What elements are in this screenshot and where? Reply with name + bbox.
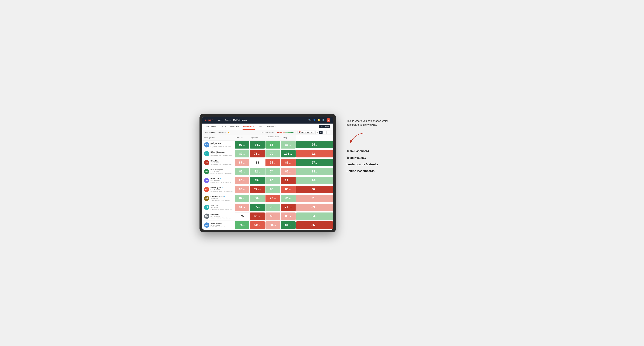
score-cell: 71 -11▼ — [280, 203, 296, 212]
download-button[interactable]: ↓ — [327, 131, 330, 134]
player-cell: BM Blair McHarg Plus Handicap Royal Nort… — [202, 140, 234, 149]
table-row[interactable]: CQ Charlie Quick ✓ 6-10 Handicap St. Geo… — [202, 185, 333, 194]
nav-home[interactable]: Home — [217, 119, 222, 121]
score-cell: 85 -4▼ — [296, 220, 333, 229]
score-change: -3▼ — [242, 162, 245, 164]
score-box: 81 -3▼ — [235, 204, 249, 211]
table-row[interactable]: MM Matt Miller 6-10 Handicap Woburn Golf… — [202, 212, 333, 220]
tab-hcaps[interactable]: Hcaps 1-5 — [230, 124, 239, 130]
player-handicap: 11-15 Handicap — [210, 224, 229, 226]
profile-icon[interactable]: 👤 — [313, 119, 316, 121]
data-table: Player Quality ▼ Off the Tee — Approach … — [202, 135, 333, 230]
player-name: Elliot Ebert — [210, 160, 233, 162]
score-cell: 95 9▲ — [296, 140, 333, 149]
score-value: 89 — [254, 179, 258, 182]
search-icon[interactable]: 🔍 — [308, 119, 311, 121]
notification-icon[interactable]: 🔔 — [318, 119, 320, 121]
score-cell: 75 — [234, 212, 250, 220]
player-details: Chris Robertson ✓ 1-5 Handicap Craigmill… — [210, 195, 230, 201]
score-value: 74 — [270, 170, 273, 173]
settings-icon[interactable]: ⚙️ — [322, 119, 325, 121]
score-change: 8▲ — [274, 145, 276, 146]
player-cell: EC Edward Crossman 1-5 Handicap Sunningd… — [202, 149, 234, 158]
score-change: 8▲ — [258, 207, 260, 208]
score-cell: 86 -6▼ — [280, 158, 296, 167]
table-row[interactable]: CR Chris Robertson ✓ 1-5 Handicap Craigm… — [202, 194, 333, 203]
score-value: 85 — [312, 223, 315, 227]
score-change: -4▼ — [315, 225, 318, 226]
tab-tour[interactable]: Tour — [258, 124, 262, 130]
heatmap-seg-3 — [282, 132, 285, 133]
score-value: 84 — [285, 223, 288, 227]
score-cell: 93 9▲ — [234, 140, 250, 149]
score-box: 85 -3▼ — [235, 177, 249, 184]
score-value: 86 — [285, 161, 288, 165]
navbar: clippd Home Teams My Performance 🔍 👤 🔔 ⚙… — [202, 117, 333, 124]
score-value: 81 — [286, 197, 289, 200]
player-info: DB Dave Billingham 1-5 Handicap Gog Mago… — [202, 168, 234, 175]
player-cell: EE Elliot Ebert 1-5 Handicap Sunningdale… — [202, 158, 234, 167]
score-value: 58 — [270, 223, 273, 227]
score-cell: 77 -3▼ — [265, 194, 280, 203]
player-club: St. George's Hill GC - Weybridge - Surre… — [210, 190, 233, 192]
player-club: Woburn Golf Club, United Kingdom — [210, 217, 231, 219]
score-box: 86 -8▼ — [296, 186, 333, 193]
tab-pgat-players[interactable]: PGAT Players — [205, 124, 218, 130]
score-box: 83 -3▼ — [235, 186, 249, 193]
table-row[interactable]: DB Dave Billingham 1-5 Handicap Gog Mago… — [202, 167, 333, 176]
score-box: 85 8▲ — [266, 141, 280, 149]
round-change: 20 Round Change -5 +5 📅 Last Rounds: 20 — [261, 131, 330, 134]
score-cell: 77 -14▼ — [250, 185, 265, 194]
score-change: -8▼ — [315, 189, 318, 191]
table-row[interactable]: EC Edward Crossman 1-5 Handicap Sunningd… — [202, 149, 333, 158]
avatar[interactable]: U — [326, 118, 330, 122]
score-value: 79 — [270, 152, 273, 156]
score-cell: 75 2▲ — [265, 203, 280, 212]
score-box: 80 1▲ — [266, 186, 280, 193]
score-cell: 88 — [250, 158, 265, 167]
player-info: EC Edward Crossman 1-5 Handicap Sunningd… — [202, 150, 234, 157]
tab-all-players[interactable]: All Players — [266, 124, 276, 130]
score-change: 3▲ — [315, 180, 318, 182]
option-course-leaderboards[interactable]: Course leaderboards — [346, 170, 399, 173]
score-value: 77 — [254, 188, 257, 191]
player-avatar: DF — [204, 178, 209, 183]
option-team-dashboard[interactable]: Team Dashboard — [346, 150, 399, 153]
score-cell: 75 -3▼ — [265, 158, 280, 167]
score-value: 94 — [312, 214, 315, 218]
table-row[interactable]: BM Blair McHarg Plus Handicap Royal Nort… — [202, 140, 333, 149]
option-leaderboards[interactable]: Leaderboards & streaks — [346, 163, 399, 166]
player-name: Matt Miller — [210, 213, 231, 215]
score-change: 2▲ — [258, 198, 260, 199]
player-club: Sunningdale Golf Club, United Kingdom — [210, 155, 233, 156]
player-details: Dave Billingham 1-5 Handicap Gog Magog G… — [210, 169, 233, 174]
table-row[interactable]: EE Elliot Ebert 1-5 Handicap Sunningdale… — [202, 158, 333, 167]
table-row[interactable]: AN Aaron Nicholls 11-15 Handicap Drift G… — [202, 220, 333, 229]
score-box: 61 -3▼ — [250, 212, 265, 220]
list-view-button[interactable]: ☰ — [323, 131, 326, 134]
add-team-button[interactable]: Add Team — [319, 125, 330, 128]
option-team-heatmap[interactable]: Team Heatmap — [346, 156, 399, 159]
score-cell: 73 -11▼ — [250, 149, 265, 158]
score-cell: 61 -3▼ — [250, 212, 265, 220]
player-name: Dave Billingham — [210, 169, 233, 171]
score-change: 8▲ — [243, 225, 245, 226]
score-value: 95 — [254, 205, 258, 209]
tab-pga[interactable]: PGA — [222, 124, 226, 130]
player-avatar: JC — [204, 205, 209, 210]
last-rounds-button[interactable]: 📅 Last Rounds: 20 — [297, 131, 314, 134]
nav-my-performance[interactable]: My Performance — [233, 119, 248, 121]
edit-icon[interactable]: ✏️ — [228, 131, 230, 133]
annotation-panel: This is where you can choose which dashb… — [346, 114, 399, 173]
heatmap-view-button[interactable]: ▦ — [319, 131, 323, 134]
grid-view-button[interactable]: ⊞ — [315, 131, 319, 134]
player-name: Charlie Quick ✓ — [210, 187, 233, 188]
score-change: -3▼ — [315, 154, 318, 155]
player-avatar: MM — [204, 213, 209, 219]
table-row[interactable]: JC Josh Coles 1-5 Handicap Royal North D… — [202, 203, 333, 212]
table-row[interactable]: DF David Ford ✓ Plus Handicap Royal Nort… — [202, 176, 333, 185]
tab-team-clippd[interactable]: Team Clippd — [242, 124, 254, 130]
score-value: 88 — [285, 143, 288, 147]
nav-teams[interactable]: Teams — [225, 119, 230, 121]
score-box: 92 -3▼ — [296, 150, 333, 158]
